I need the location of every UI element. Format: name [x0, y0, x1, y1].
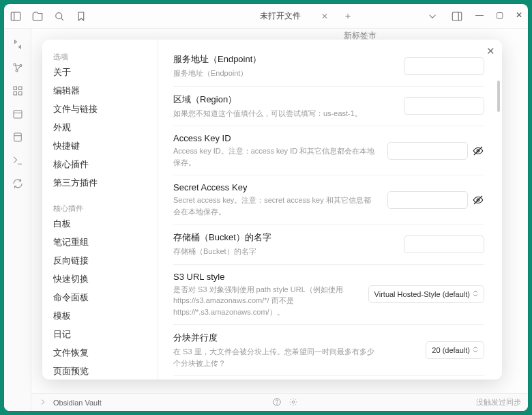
- vault-name: Obsidian Vault: [53, 399, 102, 407]
- settings-modal: 选项 关于 编辑器 文件与链接 外观 快捷键 核心插件 第三方插件 核心插件 白…: [42, 40, 502, 380]
- sidebar-item-page-preview[interactable]: 页面预览: [48, 362, 155, 380]
- setting-title: Access Key ID: [173, 133, 378, 143]
- window-maximize[interactable]: ▢: [496, 10, 503, 23]
- chevron-right-icon[interactable]: [38, 397, 48, 408]
- sidebar-item-editor[interactable]: 编辑器: [48, 82, 155, 100]
- svg-rect-9: [14, 87, 17, 90]
- tab-no-file[interactable]: 未打开文件 ✕: [254, 10, 334, 22]
- new-tab-button[interactable]: ＋: [343, 10, 353, 23]
- access-key-id-input[interactable]: [387, 142, 468, 160]
- section-options: 选项: [48, 48, 155, 63]
- setting-title: 存储桶（Bucket）的名字: [173, 231, 379, 244]
- bookmark-icon[interactable]: [75, 10, 87, 23]
- setting-title: Secret Access Key: [173, 182, 378, 192]
- window-minimize[interactable]: —: [475, 10, 484, 23]
- sidebar-item-quick-switcher[interactable]: 快速切换: [48, 270, 155, 289]
- template-icon[interactable]: [12, 131, 24, 143]
- search-icon[interactable]: [53, 10, 65, 23]
- sync-status: 没触发过同步: [476, 398, 521, 407]
- setting-desc: Secret access key。注意：secret access key 和…: [173, 195, 378, 217]
- sidebar-item-appearance[interactable]: 外观: [48, 119, 155, 137]
- eye-off-icon[interactable]: [472, 194, 484, 206]
- setting-title: 分块并行度: [173, 332, 379, 344]
- svg-rect-15: [14, 133, 21, 141]
- sync-icon[interactable]: [12, 177, 24, 190]
- setting-title: 服务地址（Endpoint）: [173, 53, 379, 66]
- chevrons-icon: [471, 289, 479, 299]
- setting-desc: 在 S3 里，大文件会被分块上传。您希望同一时间最多有多少个分块被上传？: [173, 346, 379, 369]
- sidebar-item-files-links[interactable]: 文件与链接: [48, 100, 155, 119]
- settings-sidebar: 选项 关于 编辑器 文件与链接 外观 快捷键 核心插件 第三方插件 核心插件 白…: [42, 40, 158, 380]
- chevron-down-icon[interactable]: [426, 10, 439, 23]
- svg-point-24: [293, 401, 295, 403]
- setting-desc: 服务地址（Endpoint）: [173, 68, 379, 79]
- titlebar: 未打开文件 ✕ ＋ — ▢ ✕: [4, 4, 528, 29]
- svg-rect-13: [14, 111, 22, 118]
- setting-desc: 存储桶（Bucket）的名字: [173, 246, 379, 257]
- command-icon[interactable]: [12, 154, 24, 167]
- sidebar-item-about[interactable]: 关于: [48, 63, 155, 82]
- region-input[interactable]: [404, 97, 484, 115]
- graph-icon[interactable]: [12, 61, 24, 74]
- sidebar-item-hotkeys[interactable]: 快捷键: [48, 137, 155, 156]
- help-icon[interactable]: [272, 397, 282, 408]
- parts-select[interactable]: 20 (default): [426, 341, 484, 359]
- eye-off-icon[interactable]: [472, 145, 484, 157]
- window-close[interactable]: ✕: [516, 10, 522, 23]
- sidebar-item-daily-notes[interactable]: 日记: [48, 326, 155, 344]
- daily-note-icon[interactable]: [12, 108, 24, 120]
- sidebar-item-community-plugins[interactable]: 第三方插件: [48, 174, 155, 192]
- setting-desc: 如果您不知道这个值填什么，可以尝试填写：us-east-1。: [173, 108, 379, 119]
- sidebar-item-templates[interactable]: 模板: [48, 307, 155, 326]
- setting-title: 区域（Region）: [173, 94, 379, 106]
- ribbon: [4, 29, 31, 411]
- sidebar-item-canvas[interactable]: 白板: [48, 215, 155, 233]
- setting-desc: 是否对 S3 对象强制使用 path style URL（例如使用 https:…: [173, 284, 359, 318]
- sidebar-item-file-recovery[interactable]: 文件恢复: [48, 344, 155, 362]
- status-bar: Obsidian Vault 没触发过同步: [31, 393, 528, 411]
- setting-desc: Access key ID。注意：access key ID 和其它信息都会在本…: [173, 145, 378, 168]
- gear-icon[interactable]: [289, 397, 298, 408]
- endpoint-input[interactable]: [404, 57, 484, 75]
- section-core: 核心插件: [48, 199, 155, 215]
- url-style-select[interactable]: Virtual Hosted-Style (default): [368, 285, 484, 303]
- chevrons-icon: [471, 345, 479, 355]
- canvas-icon[interactable]: [12, 85, 24, 97]
- files-icon[interactable]: [31, 10, 44, 23]
- modal-close-button[interactable]: ✕: [486, 45, 495, 57]
- scrollbar-thumb[interactable]: [497, 81, 500, 112]
- close-icon[interactable]: ✕: [321, 12, 328, 21]
- sidebar-item-core-plugins[interactable]: 核心插件: [48, 156, 155, 174]
- svg-rect-4: [452, 12, 462, 20]
- sidebar-item-backlinks[interactable]: 反向链接: [48, 252, 155, 270]
- bucket-input[interactable]: [404, 235, 484, 253]
- svg-rect-10: [18, 87, 22, 90]
- quick-switcher-icon[interactable]: [12, 38, 24, 51]
- svg-rect-11: [14, 92, 17, 96]
- svg-point-2: [56, 12, 62, 18]
- select-value: 20 (default): [432, 346, 470, 354]
- setting-title: S3 URL style: [173, 272, 359, 282]
- sidebar-right-icon[interactable]: [451, 10, 463, 23]
- svg-line-3: [61, 18, 63, 20]
- sidebar-left-icon[interactable]: [10, 10, 22, 23]
- tab-label: 未打开文件: [260, 10, 301, 22]
- sidebar-item-command-palette[interactable]: 命令面板: [48, 289, 155, 307]
- select-value: Virtual Hosted-Style (default): [374, 290, 470, 298]
- svg-point-23: [277, 403, 278, 404]
- svg-rect-12: [18, 92, 22, 96]
- secret-access-key-input[interactable]: [387, 191, 468, 209]
- settings-content: ✕ 服务地址（Endpoint） 服务地址（Endpoint） 区域（Regio…: [158, 40, 502, 380]
- svg-rect-0: [11, 12, 20, 20]
- sidebar-item-note-composer[interactable]: 笔记重组: [48, 233, 155, 252]
